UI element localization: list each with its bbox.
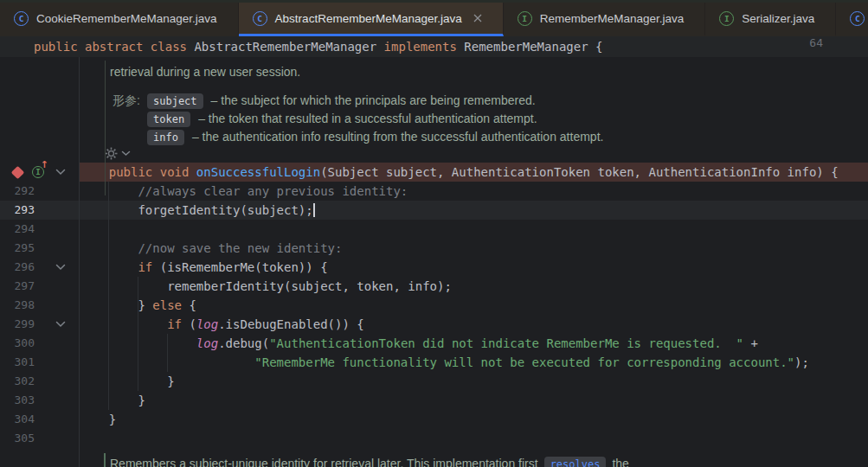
class-icon: C — [253, 11, 267, 26]
param-name-chip: subject — [147, 93, 203, 109]
line-number[interactable]: 300 — [15, 334, 35, 353]
editor-tab-bar: CCookieRememberMeManager.javaCAbstractRe… — [0, 3, 868, 36]
rendered-doc-guide-line[interactable] — [104, 453, 106, 467]
line-number[interactable]: 292 — [15, 182, 35, 201]
code-text[interactable]: forgetIdentity(subject); — [80, 201, 868, 220]
rendered-javadoc: retrieval during a new user session. 形参:… — [0, 57, 868, 144]
line-number[interactable]: 301 — [15, 353, 35, 372]
code-text[interactable]: } — [80, 410, 868, 429]
line-number[interactable]: 294 — [15, 220, 35, 239]
line-number[interactable]: 293 — [15, 201, 35, 220]
code-line-293: 293 forgetIdentity(subject); — [0, 201, 868, 220]
fold-chevron-icon[interactable] — [55, 264, 66, 271]
code-text[interactable]: if (log.isDebugEnabled()) { — [80, 315, 868, 334]
gutter[interactable]: I↑ — [0, 163, 80, 182]
editor-pane[interactable]: retrieval during a new user session. 形参:… — [0, 57, 868, 467]
gutter[interactable]: 303 — [0, 391, 80, 410]
chevron-down-icon[interactable] — [121, 150, 131, 157]
tab-label: AbstractRememberMeManager.java — [275, 12, 462, 25]
gutter[interactable]: 299 — [0, 315, 80, 334]
fold-chevron-icon[interactable] — [55, 321, 66, 328]
code-token: rememberIdentity(subject, token, info); — [80, 279, 452, 293]
up-arrow-icon: ↑ — [41, 160, 48, 170]
code-text[interactable] — [80, 220, 868, 239]
javadoc-params: 形参:subject– the subject for which the pr… — [113, 92, 603, 146]
rendered-javadoc-next: Remembers a subject-unique identity for … — [110, 455, 868, 467]
line-number[interactable]: 304 — [15, 410, 35, 429]
code-text[interactable]: rememberIdentity(subject, token, info); — [80, 277, 868, 296]
gutter[interactable]: 293 — [0, 201, 80, 220]
code-line-292: 292 //always clear any previous identity… — [0, 182, 868, 201]
indent-guide — [108, 182, 109, 410]
code-line-297: 297 rememberIdentity(subject, token, inf… — [0, 277, 868, 296]
param-description: – the authentication info resulting from… — [192, 130, 604, 144]
code-token: //always clear any previous identity: — [80, 184, 408, 198]
line-number[interactable]: 296 — [15, 258, 35, 277]
gutter[interactable]: 305 — [0, 429, 80, 448]
code-token: log — [196, 336, 218, 350]
tab-cookieremembermemanager-java[interactable]: CCookieRememberMeManager.java — [0, 3, 239, 36]
text-caret — [313, 203, 315, 217]
gutter[interactable]: 300 — [0, 334, 80, 353]
code-token: ); — [794, 355, 809, 369]
param-description: – the token that resulted in a successfu… — [198, 112, 537, 125]
code-line-299: 299 if (log.isDebugEnabled()) { — [0, 315, 868, 334]
sticky-line-number[interactable]: 64 — [777, 36, 823, 49]
fold-chevron-icon[interactable] — [55, 169, 66, 176]
implements-method-icon[interactable]: I↑ — [32, 166, 44, 178]
code-line-296: 296 if (isRememberMe(token)) { — [0, 258, 868, 277]
javadoc-params-label — [113, 110, 147, 128]
code-text[interactable]: "RememberMe functionality will not be ex… — [80, 353, 868, 372]
line-number[interactable]: 305 — [15, 429, 35, 448]
code-line-304: 304 } — [0, 410, 868, 429]
doc-method-link[interactable]: resolves — [544, 457, 607, 467]
tab-remembermemanager-java[interactable]: IRememberMeManager.java — [504, 3, 706, 36]
code-text[interactable]: } — [80, 372, 868, 391]
gutter[interactable]: 304 — [0, 410, 80, 429]
javadoc-param-row: token– the token that resulted in a succ… — [113, 110, 603, 128]
tab-abstractremembermemanager-java[interactable]: CAbstractRememberMeManager.java — [239, 3, 504, 36]
line-number[interactable]: 298 — [15, 296, 35, 315]
method-breakpoint-icon[interactable] — [11, 166, 25, 180]
gutter[interactable]: 295 — [0, 239, 80, 258]
line-number[interactable]: 303 — [15, 391, 35, 410]
gutter[interactable]: 302 — [0, 372, 80, 391]
gutter[interactable]: 297 — [0, 277, 80, 296]
interface-icon: I — [719, 11, 734, 26]
code-token: //now save the new identity: — [80, 241, 342, 255]
code-text[interactable]: if (isRememberMe(token)) { — [80, 258, 868, 277]
line-number[interactable]: 302 — [15, 372, 35, 391]
gutter[interactable]: 298 — [0, 296, 80, 315]
code-line-295: 295 //now save the new identity: — [0, 239, 868, 258]
code-line-305: 305 — [0, 429, 868, 448]
indent-guide — [138, 277, 138, 391]
gutter[interactable]: 292 — [0, 182, 80, 201]
gutter-separator — [79, 57, 80, 467]
param-name-chip: info — [147, 130, 184, 145]
code-text[interactable]: log.debug("AuthenticationToken did not i… — [80, 334, 868, 353]
gutter[interactable]: 294 — [0, 220, 80, 239]
rendered-doc-guide-line[interactable] — [105, 61, 106, 195]
close-tab-icon[interactable] — [473, 14, 482, 22]
tab-label: RememberMeManager.java — [540, 12, 685, 25]
gutter[interactable]: 301 — [0, 353, 80, 372]
line-number[interactable]: 299 — [15, 315, 35, 334]
code-token: "AuthenticationToken did not indicate Re… — [269, 336, 743, 350]
settings-gear-icon[interactable] — [105, 147, 118, 160]
code-text[interactable]: } — [80, 391, 868, 410]
sticky-header-line[interactable]: 64 public abstract class AbstractRemembe… — [0, 36, 868, 58]
sticky-code-text[interactable]: public abstract class AbstractRememberMe… — [34, 37, 602, 56]
tab-serializer-java[interactable]: ISerializer.java — [705, 3, 836, 36]
code-text[interactable]: public void onSuccessfulLogin(Subject su… — [80, 163, 868, 182]
gutter[interactable]: 296 — [0, 258, 80, 277]
code-line-301: 301 "RememberMe functionality will not b… — [0, 353, 868, 372]
line-number[interactable]: 295 — [15, 239, 35, 258]
code-lines: I↑ public void onSuccessfulLogin(Subject… — [0, 163, 868, 448]
code-text[interactable]: } else { — [80, 296, 868, 315]
code-text[interactable]: //always clear any previous identity: — [80, 182, 868, 201]
code-token: public abstract class — [34, 40, 194, 54]
code-text[interactable]: //now save the new identity: — [80, 239, 868, 258]
code-text[interactable] — [80, 429, 868, 448]
line-number[interactable]: 297 — [15, 277, 35, 296]
tab-defaultser[interactable]: CDefaultSer — [836, 3, 868, 36]
